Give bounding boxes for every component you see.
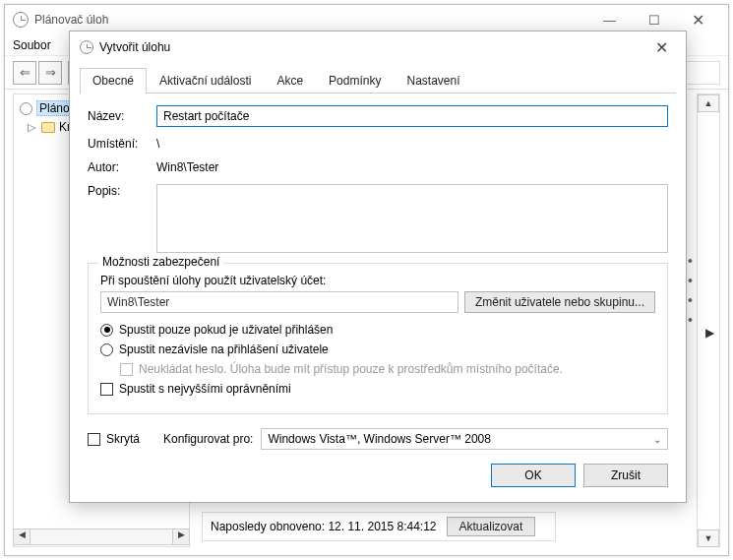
tab-triggers[interactable]: Aktivační události — [147, 68, 264, 93]
hidden-checkbox[interactable] — [88, 433, 100, 446]
refresh-button[interactable]: Aktualizovat — [447, 517, 536, 536]
run-as-label: Při spouštění úlohy použít uživatelský ú… — [100, 274, 655, 287]
status-bar: Naposledy obnoveno: 12. 11. 2015 8:44:12… — [202, 512, 556, 541]
create-task-dialog: Vytvořit úlohu ✕ Obecné Aktivační událos… — [69, 31, 687, 503]
scroll-down-button[interactable]: ▼ — [698, 529, 719, 547]
footer-row: Skrytá Konfigurovat pro: Windows Vista™,… — [88, 428, 668, 450]
nav-back-button[interactable]: ⇐ — [13, 61, 36, 85]
name-label: Název: — [88, 109, 156, 123]
radio-icon — [100, 343, 113, 356]
security-group: Možnosti zabezpečení Při spouštění úlohy… — [88, 263, 668, 414]
hscroll-left-button[interactable]: ◀ — [14, 529, 31, 544]
configure-for-value: Windows Vista™, Windows Server™ 2008 — [268, 432, 491, 446]
scroll-track[interactable] — [698, 112, 719, 529]
general-page: Název: Umístění: \ Autor: Win8\Tester Po… — [88, 105, 668, 253]
dialog-title: Vytvořit úlohu — [99, 40, 170, 54]
highest-privileges-checkbox[interactable] — [100, 383, 113, 396]
chevron-down-icon: ⌄ — [653, 434, 661, 445]
dialog-icon — [80, 40, 93, 54]
menu-file[interactable]: Soubor — [13, 38, 51, 52]
configure-for-combo[interactable]: Windows Vista™, Windows Server™ 2008 ⌄ — [261, 428, 668, 450]
tab-strip: Obecné Aktivační události Akce Podmínky … — [80, 67, 676, 93]
actions-bullets: •••• — [688, 251, 693, 330]
description-label: Popis: — [88, 184, 156, 198]
configure-for-label: Konfigurovat pro: — [163, 432, 253, 446]
radio-loggedon-label: Spustit pouze pokud je uživatel přihláše… — [119, 323, 333, 337]
scroll-up-button[interactable]: ▲ — [698, 94, 719, 112]
change-user-button[interactable]: Změnit uživatele nebo skupinu... — [464, 291, 655, 313]
tab-conditions[interactable]: Podmínky — [316, 68, 394, 93]
dialog-close-button[interactable]: ✕ — [647, 34, 676, 61]
main-title: Plánovač úloh — [34, 13, 108, 27]
folder-icon — [41, 122, 55, 133]
author-value: Win8\Tester — [156, 160, 668, 174]
tree-expander-icon[interactable]: ▷ — [28, 121, 37, 134]
ok-button[interactable]: OK — [491, 464, 576, 487]
status-text: Naposledy obnoveno: 12. 11. 2015 8:44:12 — [211, 520, 437, 533]
radio-any-label: Spustit nezávisle na přihlášení uživatel… — [119, 342, 329, 356]
tab-settings[interactable]: Nastavení — [394, 68, 472, 93]
clock-icon — [20, 102, 32, 115]
highest-privileges-label: Spustit s nejvyššími oprávněními — [119, 382, 291, 396]
nav-forward-button[interactable]: ⇒ — [38, 61, 62, 85]
tab-actions[interactable]: Akce — [264, 68, 316, 93]
radio-icon — [100, 324, 113, 337]
name-input[interactable] — [156, 105, 668, 127]
description-input[interactable] — [156, 184, 668, 253]
radio-run-loggedon[interactable]: Spustit pouze pokud je uživatel přihláše… — [100, 323, 655, 337]
actions-expand-icon[interactable]: ▶ — [705, 326, 714, 340]
dialog-titlebar[interactable]: Vytvořit úlohu ✕ — [70, 31, 686, 63]
location-value: \ — [156, 137, 668, 151]
hidden-label: Skrytá — [106, 432, 140, 446]
location-label: Umístění: — [88, 137, 156, 151]
radio-run-any[interactable]: Spustit nezávisle na přihlášení uživatel… — [100, 342, 655, 356]
vertical-scrollbar[interactable]: ▲ ▼ — [697, 93, 720, 547]
horizontal-scrollbar[interactable]: ◀ ▶ — [13, 529, 190, 545]
app-icon — [13, 12, 29, 28]
dialog-buttons: OK Zrušit — [70, 464, 668, 487]
hscroll-right-button[interactable]: ▶ — [172, 529, 189, 544]
security-group-label: Možnosti zabezpečení — [98, 255, 223, 269]
tab-general[interactable]: Obecné — [80, 68, 147, 93]
no-store-password-checkbox — [120, 363, 133, 376]
no-store-password-label: Neukládat heslo. Úloha bude mít přístup … — [139, 362, 563, 376]
user-account-field: Win8\Tester — [100, 291, 458, 313]
author-label: Autor: — [88, 160, 156, 174]
cancel-button[interactable]: Zrušit — [583, 464, 668, 487]
